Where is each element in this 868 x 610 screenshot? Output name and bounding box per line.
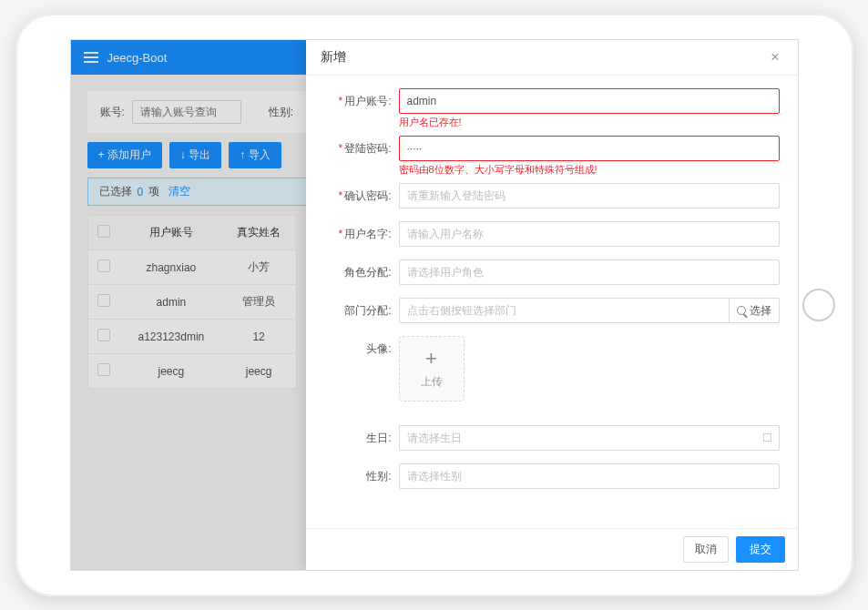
form-row-avatar: 头像: + 上传	[324, 336, 780, 402]
form-row-dept: 部门分配: 选择	[324, 298, 780, 323]
dept-input[interactable]	[399, 298, 730, 323]
submit-button[interactable]: 提交	[736, 536, 785, 563]
gender-select[interactable]	[399, 463, 780, 489]
dept-select-button[interactable]: 选择	[730, 298, 780, 323]
form-row-password: *登陆密码: 密码由8位数字、大小写字母和特殊符号组成!	[324, 136, 780, 176]
form-row-birthday: 生日: ☐	[324, 425, 780, 451]
form-row-confirm: *确认密码:	[324, 183, 780, 208]
form-row-realname: *用户名字:	[324, 221, 780, 247]
upload-text: 上传	[421, 374, 443, 390]
search-icon	[737, 306, 746, 315]
calendar-icon: ☐	[762, 432, 772, 444]
realname-input[interactable]	[399, 221, 780, 247]
tablet-frame: Jeecg-Boot 账号: 性别: + 添加用户 ↓ 导出 ↑ 导入 已选择 …	[15, 14, 853, 596]
account-error: 用户名已存在!	[399, 117, 780, 128]
app-screen: Jeecg-Boot 账号: 性别: + 添加用户 ↓ 导出 ↑ 导入 已选择 …	[70, 39, 799, 571]
cancel-button[interactable]: 取消	[683, 536, 729, 563]
avatar-upload[interactable]: + 上传	[399, 336, 465, 402]
form-row-account: *用户账号: 用户名已存在!	[324, 88, 780, 128]
modal-title: 新增	[321, 49, 346, 66]
password-input[interactable]	[399, 136, 780, 161]
form-row-gender: 性别:	[324, 463, 780, 489]
plus-icon: +	[425, 349, 437, 369]
modal-header: 新增 ×	[306, 40, 798, 76]
account-input[interactable]	[399, 88, 780, 114]
role-select[interactable]	[399, 259, 780, 285]
close-icon[interactable]: ×	[767, 49, 782, 66]
home-button[interactable]	[802, 289, 835, 321]
confirm-password-input[interactable]	[399, 183, 780, 208]
birthday-input[interactable]	[399, 425, 780, 451]
password-error: 密码由8位数字、大小写字母和特殊符号组成!	[399, 164, 780, 176]
add-user-modal: 新增 × *用户账号: 用户名已存在! *登陆密码: 密码由8位数字、大小写字母…	[306, 40, 798, 570]
form-row-role: 角色分配:	[324, 259, 780, 285]
modal-body: *用户账号: 用户名已存在! *登陆密码: 密码由8位数字、大小写字母和特殊符号…	[306, 76, 798, 528]
modal-footer: 取消 提交	[306, 528, 798, 570]
